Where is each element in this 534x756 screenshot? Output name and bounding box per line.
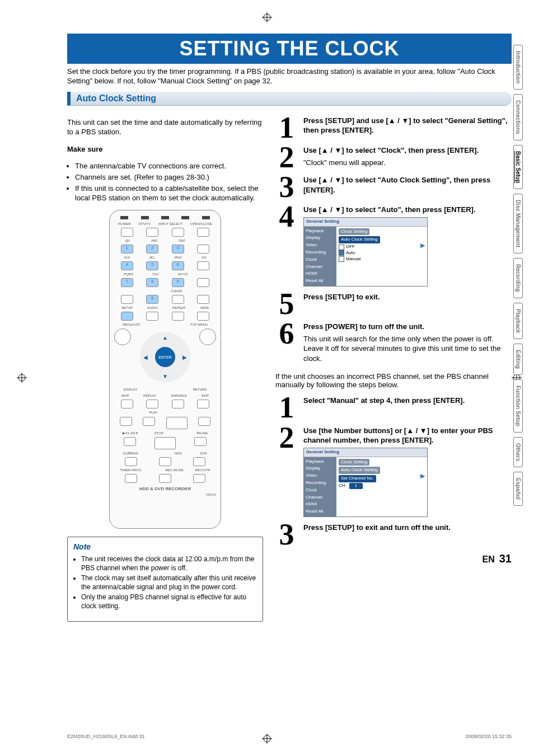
osd-menu: General Setting PlaybackDisplayVideoReco…	[303, 217, 428, 287]
step-b2: 2 Use [the Number buttons] or [▲ / ▼] to…	[275, 426, 512, 517]
step-text: Use [the Number buttons] or [▲ / ▼] to e…	[303, 426, 493, 445]
step-b3: 3 Press [SETUP] to exit and turn off the…	[275, 523, 512, 547]
step-6: 6 Press [POWER] to turn off the unit.Thi…	[275, 322, 512, 365]
tab-disc-management: Disc Management	[513, 194, 523, 253]
note-item: The clock may set itself automatically a…	[81, 574, 257, 591]
note-item: Only the analog PBS channel signal is ef…	[81, 593, 257, 611]
step-5: 5 Press [SETUP] to exit.	[275, 292, 512, 316]
between-text: If the unit chooses an incorrect PBS cha…	[275, 372, 512, 389]
step-number: 2	[275, 426, 298, 517]
step-number: 3	[275, 175, 298, 199]
step-text: Use [▲ / ▼] to select "Auto Clock Settin…	[303, 176, 490, 194]
step-text: Press [POWER] to turn off the unit.	[303, 322, 424, 331]
menu-title: General Setting	[304, 448, 427, 457]
remote-model-no: NB345	[114, 492, 216, 497]
section-tabs: Introduction Connections Basic Setup Dis…	[513, 45, 523, 506]
step-text: Press [SETUP] to exit and turn off the u…	[303, 523, 451, 532]
note-box: Note The unit receives the clock data at…	[67, 537, 263, 622]
step-number: 5	[275, 292, 298, 316]
step-b1: 1 Select "Manual" at step 4, then press …	[275, 396, 512, 420]
list-item: The antenna/cable TV connections are cor…	[75, 161, 263, 171]
section-header: Auto Clock Setting	[67, 92, 512, 106]
lang-code: EN	[483, 555, 495, 564]
step-number: 1	[275, 396, 298, 420]
tab-others: Others	[513, 437, 523, 467]
enter-button: ENTER	[155, 347, 175, 367]
step-text: Press [SETUP] and use [▲ / ▼] to select …	[303, 116, 508, 135]
list-item: If this unit is connected to a cable/sat…	[75, 184, 263, 203]
registration-mark	[17, 373, 27, 383]
step-text: Use [▲ / ▼] to select "Clock", then pres…	[303, 146, 479, 154]
note-title: Note	[73, 542, 91, 551]
note-item: The unit receives the clock data at 12:0…	[81, 555, 257, 572]
tab-function-setup: Function Setup	[513, 379, 523, 433]
footer-timestamp: 2008/02/20 15:32:35	[465, 734, 512, 739]
page-number: 31	[499, 552, 512, 565]
step-3: 3 Use [▲ / ▼] to select "Auto Clock Sett…	[275, 175, 512, 199]
step-number: 2	[275, 145, 298, 170]
tab-basic-setup: Basic Setup	[513, 145, 523, 189]
list-item: Channels are set. (Refer to pages 28-30.…	[75, 172, 263, 182]
intro-text: Set the clock before you try the timer p…	[67, 67, 512, 86]
tab-connections: Connections	[513, 94, 523, 140]
step-text: Press [SETUP] to exit.	[303, 293, 380, 301]
registration-mark	[262, 12, 272, 22]
tab-recording: Recording	[513, 258, 523, 298]
make-sure-heading: Make sure	[67, 145, 103, 153]
step-text: Select "Manual" at step 4, then press [E…	[303, 396, 465, 405]
step-sub: "Clock" menu will appear.	[303, 158, 512, 168]
auto-intro: This unit can set the time and date auto…	[67, 118, 263, 137]
tab-espanol: Español	[513, 472, 523, 506]
remote-model: HDD & DVD RECORDER	[114, 486, 216, 492]
osd-menu: General Setting PlaybackDisplayVideoReco…	[303, 448, 428, 517]
step-2: 2 Use [▲ / ▼] to select "Clock", then pr…	[275, 145, 512, 170]
page-title: SETTING THE CLOCK	[67, 34, 512, 64]
menu-title: General Setting	[304, 218, 427, 227]
step-number: 4	[275, 205, 298, 287]
tab-introduction: Introduction	[513, 45, 523, 90]
step-1: 1 Press [SETUP] and use [▲ / ▼] to selec…	[275, 116, 512, 140]
step-4: 4 Use [▲ / ▼] to select "Auto", then pre…	[275, 205, 512, 287]
step-text: Use [▲ / ▼] to select "Auto", then press…	[303, 205, 476, 214]
step-number: 3	[275, 523, 298, 547]
make-sure-list: The antenna/cable TV connections are cor…	[67, 161, 263, 203]
step-sub: This unit will search for the time only …	[303, 334, 512, 364]
footer-filename: E2M20UD_H2160SL9_EN.indd 31	[67, 734, 145, 739]
step-number: 1	[275, 116, 298, 140]
tab-editing: Editing	[513, 344, 523, 375]
step-number: 6	[275, 322, 298, 365]
tab-playback: Playback	[513, 303, 523, 339]
remote-illustration: POWER DTV/TV INPUT SELECT OPEN/CLOSE .@/…	[109, 210, 221, 529]
